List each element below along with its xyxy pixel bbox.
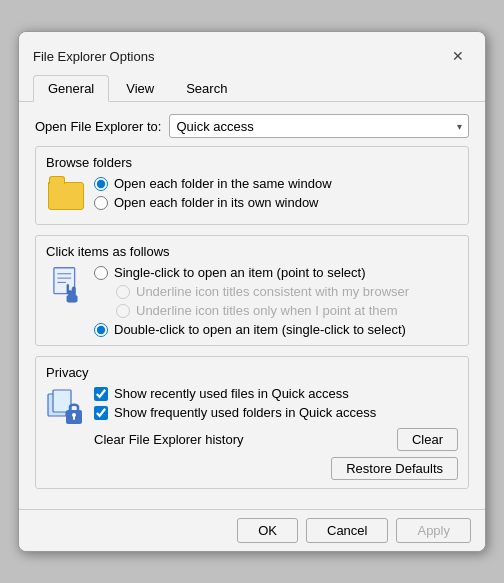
chevron-down-icon: ▾ (457, 121, 462, 132)
privacy-label: Privacy (46, 365, 458, 380)
click-items-label: Click items as follows (46, 244, 458, 259)
single-click-label: Single-click to open an item (point to s… (114, 265, 365, 280)
underline-browser-label: Underline icon titles consistent with my… (136, 284, 409, 299)
privacy-inner: Show recently used files in Quick access… (46, 386, 458, 451)
title-bar: File Explorer Options ✕ (19, 32, 485, 70)
frequent-folders-checkbox[interactable] (94, 406, 108, 420)
same-window-label: Open each folder in the same window (114, 176, 332, 191)
click-radio-underline-browser: Underline icon titles consistent with my… (116, 284, 458, 299)
clear-button[interactable]: Clear (397, 428, 458, 451)
click-items-group: Click items as follows (35, 235, 469, 346)
restore-defaults-button[interactable]: Restore Defaults (331, 457, 458, 480)
underline-point-label: Underline icon titles only when I point … (136, 303, 398, 318)
own-window-label: Open each folder in its own window (114, 195, 319, 210)
open-to-value: Quick access (176, 119, 253, 134)
dialog-footer: OK Cancel Apply (19, 509, 485, 551)
underline-point-radio[interactable] (116, 304, 130, 318)
close-button[interactable]: ✕ (445, 43, 471, 69)
svg-rect-5 (53, 390, 71, 412)
browse-radio-options: Open each folder in the same window Open… (94, 176, 458, 210)
tab-bar: General View Search (19, 74, 485, 102)
own-window-radio[interactable] (94, 196, 108, 210)
single-click-radio[interactable] (94, 266, 108, 280)
click-items-inner: Single-click to open an item (point to s… (46, 265, 458, 337)
same-window-radio[interactable] (94, 177, 108, 191)
browse-radio-same-window: Open each folder in the same window (94, 176, 458, 191)
svg-rect-0 (54, 268, 75, 294)
double-click-label: Double-click to open an item (single-cli… (114, 322, 406, 337)
frequent-folders-label: Show frequently used folders in Quick ac… (114, 405, 376, 420)
click-radio-options: Single-click to open an item (point to s… (94, 265, 458, 337)
open-to-row: Open File Explorer to: Quick access ▾ (35, 114, 469, 138)
privacy-options: Show recently used files in Quick access… (94, 386, 458, 451)
open-to-select[interactable]: Quick access ▾ (169, 114, 469, 138)
restore-row: Restore Defaults (46, 457, 458, 480)
tab-general[interactable]: General (33, 75, 109, 102)
privacy-icon-container (46, 386, 86, 431)
clear-history-label: Clear File Explorer history (94, 432, 244, 447)
open-to-label: Open File Explorer to: (35, 119, 161, 134)
browse-folders-label: Browse folders (46, 155, 458, 170)
folder-icon (48, 182, 84, 210)
svg-rect-8 (73, 416, 75, 420)
clear-history-row: Clear File Explorer history Clear (94, 428, 458, 451)
tab-search[interactable]: Search (171, 75, 242, 102)
tab-view[interactable]: View (111, 75, 169, 102)
browse-folders-group: Browse folders Open each folder in the s… (35, 146, 469, 225)
underline-browser-radio[interactable] (116, 285, 130, 299)
browse-radio-own-window: Open each folder in its own window (94, 195, 458, 210)
privacy-icon (46, 386, 84, 428)
privacy-checkbox-recent: Show recently used files in Quick access (94, 386, 458, 401)
dialog-title: File Explorer Options (33, 49, 154, 64)
tab-content: Open File Explorer to: Quick access ▾ Br… (19, 102, 485, 509)
folder-icon-container (46, 176, 86, 216)
click-radio-underline-point: Underline icon titles only when I point … (116, 303, 458, 318)
double-click-radio[interactable] (94, 323, 108, 337)
recent-files-checkbox[interactable] (94, 387, 108, 401)
cancel-button[interactable]: Cancel (306, 518, 388, 543)
browse-folders-inner: Open each folder in the same window Open… (46, 176, 458, 216)
cursor-icon-container (46, 265, 86, 305)
recent-files-label: Show recently used files in Quick access (114, 386, 349, 401)
file-explorer-options-dialog: File Explorer Options ✕ General View Sea… (18, 31, 486, 552)
apply-button[interactable]: Apply (396, 518, 471, 543)
click-radio-double: Double-click to open an item (single-cli… (94, 322, 458, 337)
privacy-checkbox-frequent: Show frequently used folders in Quick ac… (94, 405, 458, 420)
privacy-group: Privacy (35, 356, 469, 489)
cursor-icon (50, 266, 82, 304)
ok-button[interactable]: OK (237, 518, 298, 543)
click-radio-single: Single-click to open an item (point to s… (94, 265, 458, 280)
